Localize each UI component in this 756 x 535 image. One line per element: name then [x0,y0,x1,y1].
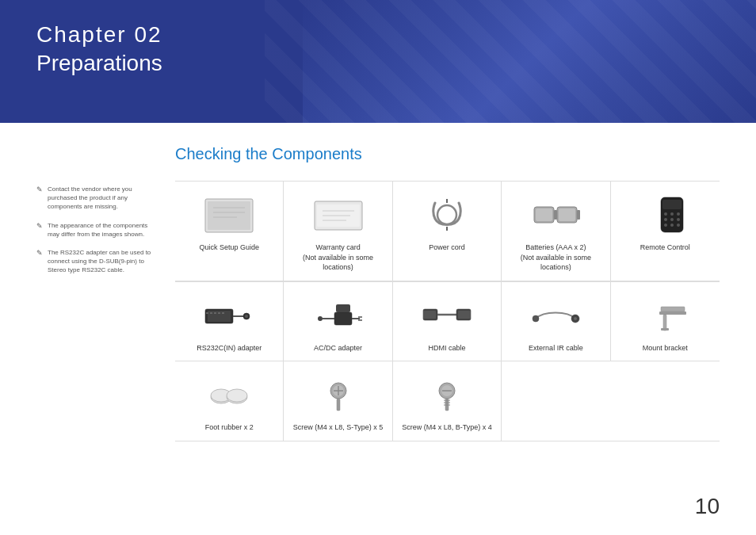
svg-rect-57 [661,307,685,311]
component-hdmi: HDMI cable [393,282,502,362]
acdc-label: AC/DC adapter [314,343,362,353]
section-title: Checking the Components [175,145,720,163]
svg-rect-53 [458,311,469,319]
svg-point-64 [227,389,247,402]
component-screw-b: Screw (M4 x L8, B-Type) x 4 [393,361,502,441]
svg-point-56 [574,317,577,320]
screw-s-label: Screw (M4 x L8, S-Type) x 5 [293,422,384,433]
note-item-3: ✎ The RS232C adapter can be used to conn… [36,248,159,275]
component-ir-cable: External IR cable [502,282,610,362]
svg-rect-1 [208,201,250,230]
svg-rect-46 [336,304,350,312]
svg-point-25 [670,218,674,221]
note-text-1: Contact the vendor where you purchased t… [48,185,159,212]
svg-point-42 [318,316,323,321]
screw-b-icon [415,373,479,416]
component-power-cord: Power cord [393,182,502,281]
component-quick-setup: Quick Setup Guide [175,182,284,281]
component-batteries: Batteries (AAA x 2)(Not available in som… [502,182,610,281]
note-text-2: The appearance of the components may dif… [48,221,159,239]
rs232c-label: RS232C(IN) adapter [197,343,262,353]
mount-label: Mount bracket [643,343,688,353]
component-mount: Mount bracket [611,282,720,362]
header-pattern [265,0,756,123]
main-content: Checking the Components Quick Setup Guid… [175,145,720,441]
svg-rect-40 [334,312,352,325]
chapter-label: Chapter 02 [36,22,162,48]
note-icon-1: ✎ [36,185,43,193]
component-foot-rubber: Foot rubber x 2 [175,361,284,441]
svg-rect-20 [662,200,682,209]
acdc-icon [307,293,370,337]
svg-rect-37 [214,312,216,314]
svg-rect-17 [536,208,552,221]
batteries-icon [524,193,587,236]
svg-rect-60 [661,328,669,331]
svg-point-24 [664,218,667,221]
note-text-3: The RS232C adapter can be used to connec… [48,248,159,275]
sidebar-notes: ✎ Contact the vendor where you purchased… [36,185,159,441]
note-icon-2: ✎ [36,222,43,230]
power-cord-icon [415,193,479,236]
components-row-2: RS232C(IN) adapter AC/DC adapter [175,281,720,362]
warranty-label: Warranty card(Not available in somelocat… [303,243,373,273]
empty-cell-5 [611,361,720,441]
svg-rect-39 [222,312,224,314]
svg-rect-16 [577,210,580,220]
component-acdc: AC/DC adapter [284,282,392,362]
hdmi-label: HDMI cable [428,343,465,353]
power-cord-label: Power cord [429,243,465,253]
foot-rubber-label: Foot rubber x 2 [205,422,254,433]
svg-point-34 [245,315,248,318]
svg-point-28 [670,224,674,227]
page-header: Chapter 02 Preparations [0,0,756,123]
hdmi-icon [415,293,479,337]
note-icon-3: ✎ [36,249,43,257]
svg-rect-18 [559,208,575,221]
svg-rect-14 [554,210,557,220]
svg-point-29 [677,224,680,227]
svg-rect-58 [659,311,686,315]
page-content: ✎ Contact the vendor where you purchased… [0,123,756,457]
batteries-label: Batteries (AAA x 2)(Not available in som… [521,243,591,273]
svg-point-21 [664,212,667,216]
svg-rect-38 [218,312,220,314]
svg-point-27 [664,224,667,227]
ir-cable-label: External IR cable [529,343,583,353]
svg-point-26 [677,218,680,221]
empty-cell-4 [502,361,610,441]
svg-point-54 [533,315,539,322]
components-row-1: Quick Setup Guide Warranty card(Not avai… [175,181,720,281]
header-text-block: Chapter 02 Preparations [36,22,162,76]
svg-point-10 [437,205,456,224]
note-item-1: ✎ Contact the vendor where you purchased… [36,185,159,212]
foot-rubber-icon [197,373,261,416]
chapter-title: Preparations [36,51,162,76]
note-item-2: ✎ The appearance of the components may d… [36,221,159,239]
screw-b-label: Screw (M4 x L8, B-Type) x 4 [402,422,492,433]
component-rs232c: RS232C(IN) adapter [175,282,284,362]
svg-point-23 [677,212,680,216]
page-number: 10 [695,494,720,519]
svg-rect-52 [425,311,436,319]
warranty-icon [307,193,370,236]
remote-icon [633,193,697,236]
component-warranty: Warranty card(Not available in somelocat… [284,182,392,281]
quick-setup-label: Quick Setup Guide [199,243,259,253]
mount-icon [633,293,697,337]
ir-cable-icon [524,293,587,337]
quick-setup-icon [197,193,261,236]
svg-rect-35 [206,312,208,314]
svg-point-22 [670,212,674,216]
remote-label: Remote Control [640,243,690,253]
svg-rect-69 [337,399,340,411]
svg-rect-36 [210,312,212,314]
screw-s-icon [307,373,370,416]
component-remote: Remote Control [611,182,720,281]
rs232c-icon [197,293,261,337]
components-row-3: Foot rubber x 2 Screw (M4 x L8, S-Type) … [175,361,720,441]
component-screw-s: Screw (M4 x L8, S-Type) x 5 [284,361,392,441]
